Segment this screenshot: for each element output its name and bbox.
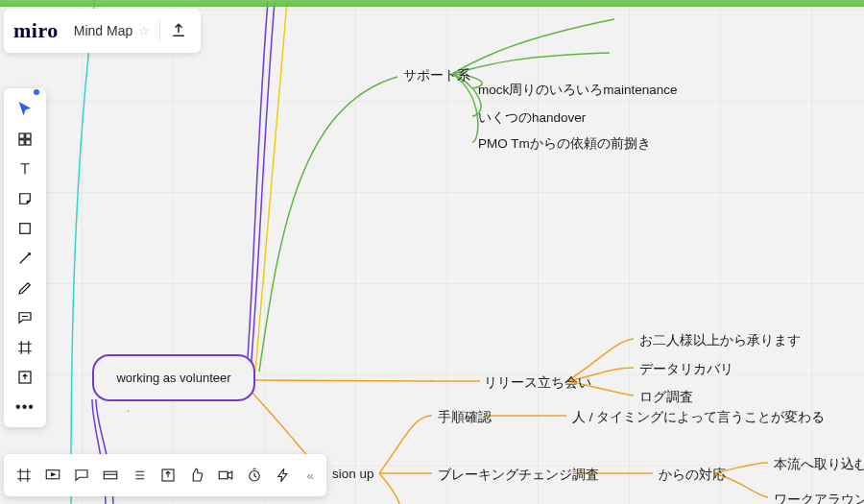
node-breaking-response[interactable]: からの対応 [655, 465, 730, 486]
node-handle: . [127, 403, 130, 414]
more-tools-icon[interactable]: ••• [4, 392, 46, 421]
node-support[interactable]: サポート系 [399, 65, 474, 86]
timer-icon[interactable] [240, 454, 269, 496]
node-pmo[interactable]: PMO Tmからの依頼の前捌き [474, 133, 655, 155]
notification-bar[interactable] [0, 0, 864, 7]
node-procedure[interactable]: 手順確認 [434, 407, 495, 428]
thumbs-up-icon[interactable] [182, 454, 211, 496]
node-mock[interactable]: mock周りのいろいろmaintenance [474, 80, 682, 101]
node-breaking[interactable]: ブレーキングチェンジ調査 [434, 465, 603, 486]
separator [159, 20, 160, 41]
svg-rect-3 [26, 139, 31, 144]
svg-rect-4 [20, 223, 31, 233]
frame-tool-icon[interactable] [10, 454, 38, 496]
node-release[interactable]: リリース立ち会い [480, 372, 595, 394]
export-icon[interactable] [170, 22, 187, 39]
board-header: miro Mind Map ☆ [4, 9, 201, 53]
card-icon[interactable] [96, 454, 125, 496]
frame-icon[interactable] [4, 332, 46, 362]
collapse-toolbar-icon[interactable]: « [300, 454, 321, 496]
toolbar-left: ••• [4, 88, 46, 427]
text-tool-icon[interactable] [4, 154, 46, 183]
list-icon[interactable] [125, 454, 154, 496]
node-breaking-workaround[interactable]: ワークアラウンド対応 [770, 490, 864, 504]
node-sionup[interactable]: sion up [328, 465, 378, 483]
node-procedure-child[interactable]: 人 / タイミングによって言うことが変わる [568, 407, 828, 428]
line-tool-icon[interactable] [4, 243, 46, 273]
node-breaking-mainline[interactable]: 本流へ取り込む努力 [770, 454, 864, 475]
bolt-icon[interactable] [269, 454, 298, 496]
share-icon[interactable] [154, 454, 182, 496]
svg-rect-1 [26, 133, 31, 138]
star-icon[interactable]: ☆ [138, 24, 150, 38]
upload-tool-icon[interactable] [4, 362, 46, 392]
chat-icon[interactable] [67, 454, 96, 496]
svg-rect-7 [104, 471, 117, 479]
pen-tool-icon[interactable] [4, 273, 46, 302]
toolbar-bottom: « [4, 454, 326, 496]
node-release-data[interactable]: データリカバリ [636, 359, 737, 380]
svg-rect-0 [19, 133, 24, 138]
svg-rect-9 [219, 471, 228, 479]
sticky-note-icon[interactable] [4, 183, 46, 213]
templates-icon[interactable] [4, 124, 46, 154]
miro-logo[interactable]: miro [13, 18, 59, 43]
present-icon[interactable] [38, 454, 67, 496]
svg-rect-2 [19, 139, 24, 144]
node-handover[interactable]: いくつのhandover [474, 108, 589, 129]
root-node[interactable]: working as volunteer [92, 354, 255, 401]
video-icon[interactable] [211, 454, 240, 496]
comment-icon[interactable] [4, 302, 46, 332]
board-name[interactable]: Mind Map [74, 23, 132, 38]
node-release-two[interactable]: お二人様以上から承ります [636, 330, 804, 351]
node-release-log[interactable]: ログ調査 [636, 387, 697, 408]
root-node-label: working as volunteer [116, 371, 230, 385]
shape-icon[interactable] [4, 213, 46, 243]
cursor-tool-icon[interactable] [4, 94, 46, 124]
